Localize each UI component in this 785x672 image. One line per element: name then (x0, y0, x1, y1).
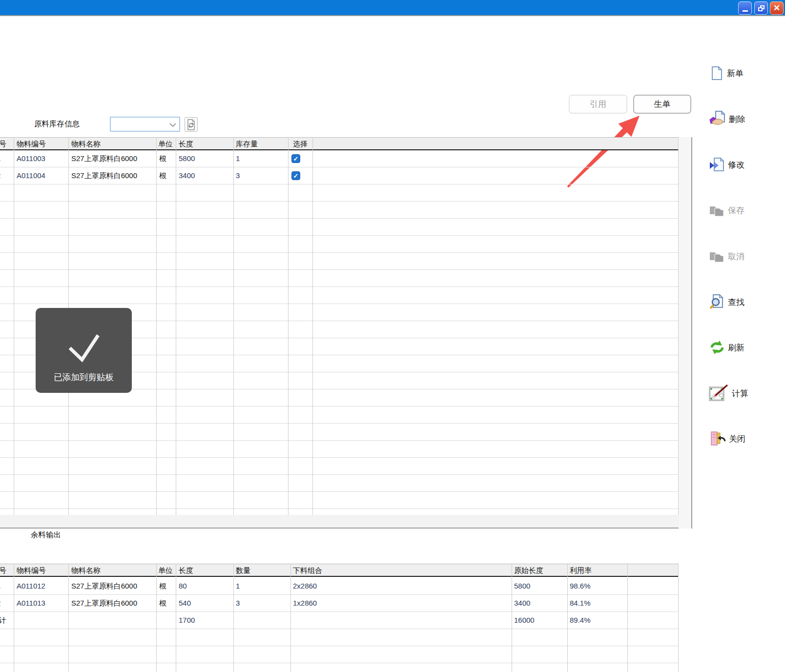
stock-combo-box[interactable] (110, 117, 180, 132)
remnant-row-2[interactable]: 2 A011013 S27上罩原料白6000 根 540 3 1x2860 34… (0, 595, 679, 612)
cell-name: S27上罩原料白6000 (71, 167, 137, 184)
cell-qty: 1 (236, 150, 240, 167)
minimize-button[interactable] (738, 1, 752, 15)
stock-table-hscrollbar[interactable] (0, 515, 679, 529)
cell-unit: 根 (159, 150, 166, 167)
sidebar-item-find[interactable]: 查找 (709, 292, 783, 312)
cell-length: 5800 (179, 150, 195, 167)
stock-section-title: 原料库存信息 (34, 119, 80, 129)
sidebar-item-close[interactable]: 关闭 (709, 429, 783, 448)
check-icon (36, 318, 132, 376)
cell-qty: 3 (236, 167, 240, 184)
find-icon (709, 294, 725, 310)
close-button[interactable]: ✕ (770, 1, 784, 15)
cell-orig-length: 5800 (514, 578, 530, 594)
col-cut-combo: 下料组合 (293, 566, 322, 575)
remnant-section-title: 余料输出 (31, 530, 61, 540)
save-icon (709, 203, 725, 218)
cell-combo: 1x2860 (293, 595, 317, 611)
cell-unit: 根 (159, 167, 166, 184)
col-select: 选择 (293, 140, 308, 149)
chevron-down-icon (169, 123, 176, 127)
refresh-icon (709, 340, 725, 355)
sidebar-item-cancel[interactable]: 取消 (709, 246, 783, 266)
col-qty: 数量 (236, 566, 250, 575)
sidebar-item-modify[interactable]: 修改 (709, 155, 783, 174)
new-doc-icon (709, 65, 724, 81)
row-checkbox[interactable]: ✓ (291, 171, 300, 180)
restore-button[interactable] (754, 1, 768, 15)
stock-table-vscrollbar[interactable] (679, 137, 692, 529)
cell-name: S27上罩原料白6000 (71, 578, 137, 594)
cell-seq: 2 (0, 595, 0, 611)
cell-code: A011003 (17, 150, 45, 167)
cell-code: A011013 (17, 595, 45, 611)
remnant-total-row: 合计 1700 16000 89.4% (0, 612, 679, 629)
remnant-table-empty-rows (0, 629, 679, 672)
cancel-icon (709, 248, 725, 264)
cell-unit: 根 (159, 595, 166, 611)
combo-refresh-button[interactable] (185, 117, 198, 132)
cell-seq: 2 (0, 167, 0, 184)
cell-total-utilization: 89.4% (570, 612, 591, 629)
sidebar-item-refresh[interactable]: 刷新 (709, 338, 783, 357)
cell-unit: 根 (159, 578, 166, 594)
cell-combo: 2x2860 (293, 578, 317, 594)
cell-name: S27上罩原料白6000 (71, 595, 137, 611)
remnant-row-1[interactable]: 1 A011012 S27上罩原料白6000 根 80 1 2x2860 580… (0, 578, 679, 595)
col-unit: 单位 (158, 140, 173, 149)
delete-doc-icon (709, 111, 726, 127)
cell-orig-length: 3400 (514, 595, 530, 611)
modify-doc-icon (709, 157, 725, 172)
sidebar-item-save[interactable]: 保存 (709, 201, 783, 220)
close-app-icon (709, 430, 726, 447)
cell-total-orig-length: 16000 (514, 612, 535, 629)
col-length: 长度 (179, 566, 193, 575)
remnant-table-header: 序号 物料编号 物料名称 单位 长度 数量 下料组合 原始长度 利用率 (0, 564, 679, 577)
col-orig-length: 原始长度 (514, 566, 543, 575)
calculate-icon (709, 384, 729, 403)
cell-code: A011004 (17, 167, 45, 184)
stock-row-2[interactable]: 2 A011004 S27上罩原料白6000 根 3400 3 ✓ (0, 167, 679, 184)
restore-icon (758, 5, 764, 11)
cell-code: A011012 (17, 578, 45, 594)
cell-length: 540 (179, 595, 191, 611)
toast-message: 已添加到剪贴板 (36, 371, 132, 383)
cell-name: S27上罩原料白6000 (71, 150, 137, 167)
minimize-icon (743, 10, 748, 12)
cell-total-label: 合计 (0, 612, 6, 629)
cell-length: 80 (179, 578, 187, 594)
cell-utilization: 98.6% (570, 578, 591, 594)
row-checkbox[interactable]: ✓ (291, 154, 300, 163)
stock-row-1[interactable]: 1 A011003 S27上罩原料白6000 根 5800 1 ✓ (0, 150, 679, 167)
clipboard-toast: 已添加到剪贴板 (36, 308, 132, 393)
col-unit: 单位 (158, 566, 173, 575)
col-length: 长度 (179, 140, 193, 149)
close-icon: ✕ (773, 4, 780, 12)
cell-seq: 1 (0, 578, 0, 594)
title-bar: ✕ (0, 0, 785, 16)
sidebar-item-new-order[interactable]: 新单 (709, 63, 783, 83)
col-material-name: 物料名称 (71, 566, 101, 575)
page-refresh-icon (186, 119, 196, 130)
cell-total-length: 1700 (179, 612, 195, 629)
col-stock-qty: 库存量 (236, 140, 258, 149)
stock-table-header: 序号 物料编号 物料名称 单位 长度 库存量 选择 (0, 137, 679, 150)
remnant-table: 序号 物料编号 物料名称 单位 长度 数量 下料组合 原始长度 利用率 1 A0… (0, 564, 692, 672)
col-seq: 序号 (0, 566, 6, 575)
sidebar-item-delete[interactable]: 删除 (709, 109, 783, 129)
cell-qty: 1 (236, 578, 240, 594)
cell-utilization: 84.1% (570, 595, 591, 611)
sidebar-item-calculate[interactable]: 计算 (709, 384, 783, 403)
col-material-code: 物料编号 (17, 566, 46, 575)
cell-length: 3400 (179, 167, 195, 184)
col-utilization: 利用率 (570, 566, 592, 575)
cell-seq: 1 (0, 150, 0, 167)
col-material-name: 物料名称 (71, 140, 101, 149)
col-seq: 序号 (0, 140, 6, 149)
cell-qty: 3 (236, 595, 240, 611)
col-material-code: 物料编号 (17, 140, 46, 149)
